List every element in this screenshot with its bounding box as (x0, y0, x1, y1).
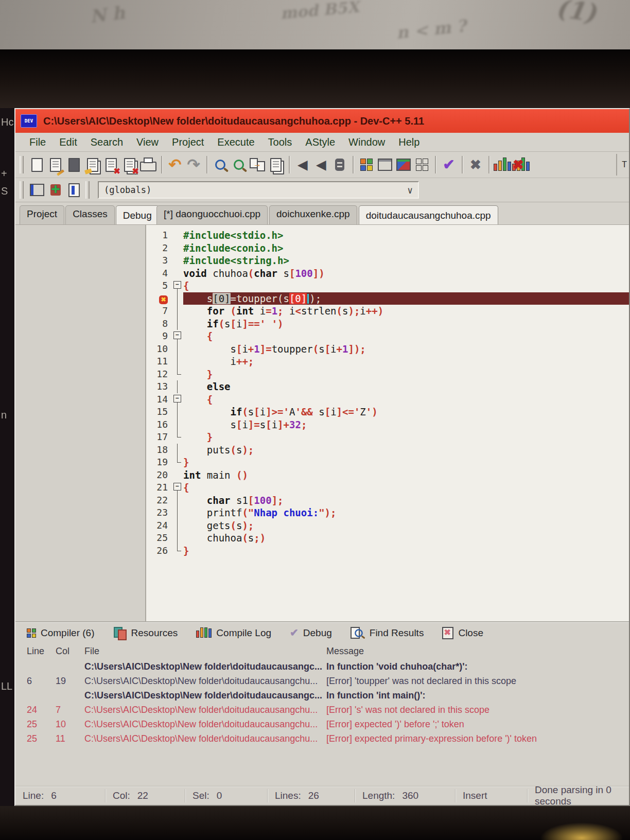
rebuild-all-button[interactable] (413, 154, 431, 175)
code-line-2[interactable]: 2#include<conio.h> (146, 242, 629, 255)
compiler-row[interactable]: C:\Users\AIC\Desktop\New folder\doitudau… (15, 688, 629, 703)
fold-toggle-icon[interactable] (173, 483, 181, 491)
menu-edit[interactable]: Edit (52, 136, 83, 148)
gutter-line-number[interactable]: 26 (146, 545, 172, 557)
bottom-tab-debug[interactable]: Debug (290, 627, 332, 639)
menu-help[interactable]: Help (392, 136, 426, 148)
code-line-25[interactable]: 25chuhoa(s;) (146, 532, 629, 545)
goto-line-button[interactable] (330, 154, 349, 175)
gutter-line-number[interactable]: 21 (146, 481, 172, 494)
toolbar-grip[interactable] (20, 156, 24, 173)
code-line-6[interactable]: s[0]=toupper(s[0]); (146, 292, 629, 305)
code-line-4[interactable]: 4void chuhoa(char s[100]) (146, 267, 629, 280)
code-line-13[interactable]: 13else (146, 380, 629, 393)
gutter-line-number[interactable]: 8 (146, 318, 172, 330)
left-tab-debug[interactable]: Debug (116, 205, 159, 224)
gutter-line-number[interactable]: 14 (146, 393, 172, 406)
code-line-9[interactable]: 9{ (146, 330, 629, 343)
code-line-20[interactable]: 20int main () (146, 469, 629, 482)
open-file-button[interactable] (46, 154, 65, 175)
bottom-tab-find-results[interactable]: Find Results (351, 627, 424, 639)
menu-search[interactable]: Search (84, 136, 130, 148)
gutter-line-number[interactable]: 22 (146, 494, 172, 507)
menu-project[interactable]: Project (165, 136, 211, 148)
goto-bookmarks-button[interactable] (65, 180, 83, 200)
code-line-21[interactable]: 21{ (146, 481, 629, 494)
gutter-line-number[interactable]: 20 (146, 469, 172, 482)
fold-toggle-icon[interactable] (173, 395, 181, 402)
gutter-line-number[interactable]: 9 (146, 330, 172, 343)
compiler-row[interactable]: 619C:\Users\AIC\Desktop\New folder\doitu… (15, 674, 629, 688)
left-tab-classes[interactable]: Classes (65, 205, 115, 224)
compiler-row[interactable]: 2510C:\Users\AIC\Desktop\New folder\doit… (15, 717, 629, 731)
code-line-26[interactable]: 26} (146, 545, 629, 557)
toolbar-grip[interactable] (20, 181, 24, 199)
gutter-line-number[interactable]: 7 (146, 305, 172, 318)
code-line-12[interactable]: 12} (146, 368, 629, 381)
code-line-22[interactable]: 22char s1[100]; (146, 494, 629, 507)
code-line-11[interactable]: 11i++; (146, 355, 629, 368)
compiler-row[interactable]: C:\Users\AIC\Desktop\New folder\doitudau… (15, 659, 629, 674)
menu-view[interactable]: View (130, 136, 165, 148)
editor-tab-doitudaucausangchuhoa-cpp[interactable]: doitudaucausangchuhoa.cpp (359, 205, 498, 224)
code-line-17[interactable]: 17} (146, 431, 629, 444)
toggle-bookmarks-button[interactable] (46, 180, 65, 200)
bottom-tab-compiler-6[interactable]: Compiler (6) (27, 627, 95, 639)
gutter-line-number[interactable]: 16 (146, 418, 172, 431)
menu-window[interactable]: Window (342, 136, 392, 148)
print-button[interactable] (139, 154, 157, 175)
gutter-line-number[interactable]: 17 (146, 431, 172, 444)
back-button[interactable] (293, 154, 312, 175)
menu-astyle[interactable]: AStyle (299, 136, 342, 148)
menu-file[interactable]: File (23, 136, 52, 148)
code-line-8[interactable]: 8if(s[i]==' ') (146, 318, 629, 330)
gutter-line-number[interactable]: 24 (146, 519, 172, 532)
gutter-line-number[interactable]: 5 (146, 279, 172, 292)
compiler-row[interactable]: 247C:\Users\AIC\Desktop\New folder\doitu… (15, 703, 629, 717)
forward-button[interactable] (312, 154, 330, 175)
code-line-15[interactable]: 15if(s[i]>='A'&& s[i]<='Z') (146, 406, 629, 418)
redo-button[interactable] (184, 154, 203, 175)
code-line-23[interactable]: 23printf("Nhap chuoi:"); (146, 506, 629, 519)
save-button[interactable] (65, 154, 83, 175)
compile-run-button[interactable] (394, 154, 413, 175)
replace-all-button[interactable] (267, 154, 285, 175)
gutter-line-number[interactable]: 23 (146, 506, 172, 519)
fold-toggle-icon[interactable] (173, 281, 181, 289)
close-all-button[interactable] (120, 154, 139, 175)
menu-tools[interactable]: Tools (261, 136, 299, 148)
gutter-line-number[interactable]: 1 (146, 229, 172, 242)
code-line-14[interactable]: 14{ (146, 393, 629, 406)
undo-button[interactable] (166, 154, 184, 175)
find-button[interactable] (211, 154, 230, 175)
compiler-row[interactable]: 2511C:\Users\AIC\Desktop\New folder\doit… (15, 731, 629, 746)
gutter-line-number[interactable]: 12 (146, 368, 172, 381)
code-line-19[interactable]: 19} (146, 456, 629, 469)
gutter-line-number[interactable]: 15 (146, 406, 172, 418)
bottom-tab-compile-log[interactable]: Compile Log (196, 627, 271, 639)
gutter-line-number[interactable]: 10 (146, 343, 172, 356)
chevron-down-icon[interactable] (407, 185, 413, 196)
project-browser-panel[interactable] (15, 225, 146, 621)
compile-button[interactable] (357, 154, 376, 175)
find-in-files-button[interactable] (230, 154, 248, 175)
gutter-line-number[interactable]: 25 (146, 532, 172, 545)
code-line-7[interactable]: 7for (int i=1; i<strlen(s);i++) (146, 305, 629, 318)
gutter-line-number[interactable]: 2 (146, 242, 172, 255)
editor-tab-doichuxenke-cpp[interactable]: doichuxenke.cpp (269, 205, 357, 224)
insert-button[interactable] (28, 180, 46, 200)
code-editor[interactable]: 1#include<stdio.h>2#include<conio.h>3#in… (146, 225, 629, 621)
bottom-tab-close[interactable]: Close (442, 627, 483, 639)
bottom-tab-resources[interactable]: Resources (113, 627, 178, 639)
menu-execute[interactable]: Execute (211, 136, 261, 148)
globals-combobox[interactable]: (globals) (98, 181, 419, 199)
save-all-button[interactable] (83, 154, 102, 175)
code-line-1[interactable]: 1#include<stdio.h> (146, 229, 629, 242)
delete-profile-button[interactable] (512, 154, 530, 175)
fold-toggle-icon[interactable] (173, 331, 181, 339)
code-line-10[interactable]: 10s[i+1]=toupper(s[i+1]); (146, 343, 629, 356)
gutter-line-number[interactable]: 3 (146, 254, 172, 267)
code-line-18[interactable]: 18puts(s); (146, 444, 629, 457)
gutter-line-number[interactable] (146, 292, 172, 305)
gutter-line-number[interactable]: 11 (146, 355, 172, 368)
